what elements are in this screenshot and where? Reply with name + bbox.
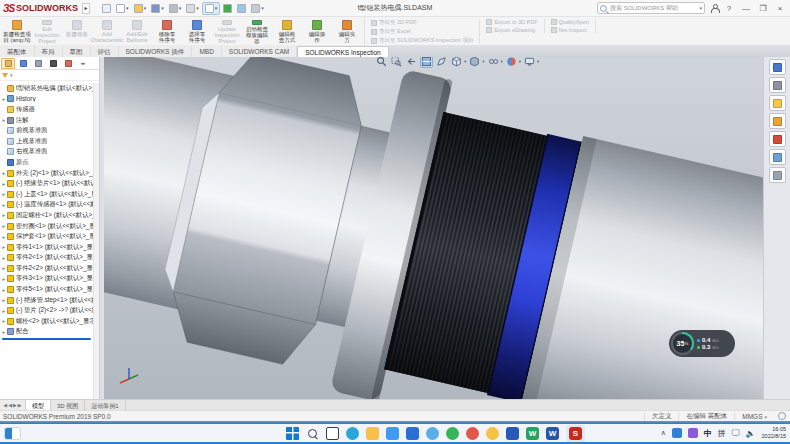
tree-item[interactable]: ▸(-) 绝缘垫片<1> (默认<<默认>_显 [0, 178, 93, 189]
ribbon-button[interactable]: 编辑实方 [332, 18, 362, 44]
select-cursor-button[interactable]: ▾ [202, 2, 221, 15]
browser-360-icon[interactable] [446, 427, 459, 440]
widgets-icon[interactable] [4, 427, 21, 440]
file-explorer-tab[interactable] [769, 95, 786, 111]
dynamic-annotation-button[interactable] [435, 57, 448, 68]
tree-item[interactable]: 传感器 [0, 104, 93, 115]
tree-item[interactable]: ▸零件2<1> (默认<<默认>_显示状 [0, 253, 93, 264]
tab-scroll-arrows[interactable]: ◀◀▶▶ [0, 400, 26, 410]
dropdown-caret-icon[interactable]: ▾ [179, 5, 182, 11]
panel-tab-propertymanager[interactable] [16, 58, 30, 69]
task-view-icon[interactable] [326, 427, 339, 440]
dropdown-caret-icon[interactable]: ▾ [161, 5, 164, 11]
panel-tab-configurationmanager[interactable] [31, 58, 45, 69]
tree-item[interactable]: ▸零件3<1> (默认<<默认>_显示状 [0, 274, 93, 285]
ribbon-tab-评估[interactable]: 评估 [91, 46, 119, 57]
mail-icon[interactable] [386, 427, 399, 440]
ribbon-tab-布局[interactable]: 布局 [35, 46, 63, 57]
ribbon-tab-SOLIDWORKS Inspection[interactable]: SOLIDWORKS Inspection [297, 46, 389, 57]
sheet-tab-模型[interactable]: 模型 [26, 400, 51, 410]
undo-button[interactable]: ▾ [184, 2, 201, 15]
ribbon-button[interactable]: 编辑检查方式 [272, 18, 302, 44]
ime-mode-icon[interactable]: 拼 [718, 428, 726, 439]
panel-tab-dimxpertmanager[interactable] [46, 58, 60, 69]
help-search-box[interactable]: 搜索 SOLIDWORKS 帮助 ▾ [597, 2, 705, 14]
security-icon[interactable] [688, 428, 698, 438]
graphics-viewport[interactable]: ▾▾▾▾▾ 35% 0.4M/s0.3M/s [104, 57, 763, 399]
tree-item[interactable]: ▸(-) 温度传感器<1> (默认<<默认>_ [0, 200, 93, 211]
help-button[interactable]: ? [723, 4, 735, 13]
print-button[interactable]: ▾ [167, 2, 184, 15]
tree-item[interactable]: 上视基准面 [0, 136, 93, 147]
weather-cloud-icon[interactable] [426, 427, 439, 440]
tree-root-item[interactable]: t型铠装热电偶 (默认<默认>_显示状态-1 [0, 83, 93, 94]
new-document-button[interactable]: ▾ [114, 2, 131, 15]
ime-indicator[interactable]: 中 [704, 428, 712, 439]
taskbar-clock[interactable]: 16:052022/8/15 [762, 426, 786, 440]
dropdown-caret-icon[interactable]: ▾ [144, 5, 147, 11]
taskbar-search-icon[interactable] [306, 427, 319, 440]
tree-filter-row[interactable]: ▾ [0, 70, 99, 81]
ribbon-button[interactable]: 启动检查模板编辑器 [242, 18, 272, 44]
tree-item[interactable]: ▸保护套<1> (默认<<默认>_显示状 [0, 231, 93, 242]
wps-icon[interactable]: W [526, 427, 539, 440]
ribbon-tab-MBD[interactable]: MBD [192, 46, 221, 57]
dropdown-caret-icon[interactable]: ▾ [196, 5, 199, 11]
3d-model-thermocouple-assembly[interactable] [104, 57, 763, 399]
status-segment-MMGS[interactable]: MMGS▾ [734, 413, 774, 420]
solidworks-icon[interactable]: S [569, 427, 582, 440]
file-properties-button[interactable] [235, 2, 248, 15]
solidworks-resources-tab[interactable] [769, 59, 786, 75]
panel-tab-overflow[interactable]: ◂▸ [76, 58, 90, 69]
previous-view-button[interactable] [405, 57, 418, 68]
tree-scrollbar[interactable] [93, 83, 99, 399]
tree-item[interactable]: 原点 [0, 157, 93, 168]
tree-item[interactable]: ▸零件2<2> (默认<<默认>_显示状 [0, 263, 93, 274]
tree-item[interactable]: ▸History [0, 94, 93, 105]
dropdown-caret-icon[interactable]: ▾ [519, 59, 521, 64]
tree-item[interactable]: ▸固定螺栓<1> (默认<<默认>_显示 [0, 210, 93, 221]
menu-expander-arrow[interactable]: ▸ [82, 3, 90, 14]
ribbon-button[interactable]: 选择零件序号 [182, 18, 212, 44]
hao123-icon[interactable] [466, 427, 479, 440]
volume-icon[interactable]: 🔈 [746, 429, 756, 438]
status-tag-icon[interactable] [778, 412, 786, 420]
dropdown-caret-icon[interactable]: ▾ [537, 59, 539, 64]
word-icon[interactable]: W [546, 427, 559, 440]
view-orientation-button[interactable] [450, 57, 463, 68]
tree-item[interactable]: ▸(-) 上盖<1> (默认<<默认>_显示状 [0, 189, 93, 200]
dropdown-caret-icon[interactable]: ▾ [501, 59, 503, 64]
zoom-performance-badge[interactable]: 35% 0.4M/s0.3M/s [669, 330, 735, 357]
rollback-bar[interactable] [0, 337, 93, 340]
zoom-area-button[interactable] [390, 57, 403, 68]
dropdown-caret-icon[interactable]: ▾ [464, 59, 466, 64]
file-explorer-icon[interactable] [366, 427, 379, 440]
rebuild-traffic-light-button[interactable] [221, 2, 234, 15]
ribbon-tab-SOLIDWORKS CAM[interactable]: SOLIDWORKS CAM [222, 46, 297, 57]
ribbon-button[interactable]: 移除零件序号 [152, 18, 182, 44]
tree-item[interactable]: ▸密封圈<1> (默认<<默认>_显示状 [0, 221, 93, 232]
dropdown-caret-icon[interactable]: ▾ [261, 5, 264, 11]
tree-item[interactable]: ▸(-) 绝缘管.step<1> (默认<<默认> [0, 295, 93, 306]
ribbon-button[interactable]: 新建检查项目 (amp;N) [2, 18, 32, 44]
windows-start-icon[interactable] [286, 427, 299, 440]
tree-item[interactable]: ▸注解 [0, 115, 93, 126]
hide-show-items-button[interactable] [487, 57, 500, 68]
chrome-icon[interactable] [486, 427, 499, 440]
open-folder-button[interactable]: ▾ [132, 2, 149, 15]
tree-item[interactable]: ▸配合 [0, 327, 93, 338]
search-caret-icon[interactable]: ▾ [699, 5, 702, 11]
store-icon[interactable] [406, 427, 419, 440]
dropdown-caret-icon[interactable]: ▾ [764, 414, 767, 420]
panel-tab-featuremanager-tree[interactable] [1, 58, 15, 69]
ribbon-tab-装配体[interactable]: 装配体 [0, 46, 35, 57]
tree-item[interactable]: ▸外壳 (2)<1> (默认<<默认>_显示状 [0, 168, 93, 179]
active-app-indicator[interactable]: S [566, 425, 585, 442]
zoom-fit-button[interactable] [375, 57, 388, 68]
save-button[interactable]: ▾ [149, 2, 166, 15]
view-palette-tab[interactable] [769, 113, 786, 129]
sheet-tab-运动算例1[interactable]: 运动算例1 [85, 400, 125, 410]
tray-chevron-icon[interactable]: ∧ [661, 429, 666, 437]
minimize-button[interactable]: — [740, 4, 752, 13]
tree-item[interactable]: ▸零件5<1> (默认<<默认>_显示状 [0, 284, 93, 295]
